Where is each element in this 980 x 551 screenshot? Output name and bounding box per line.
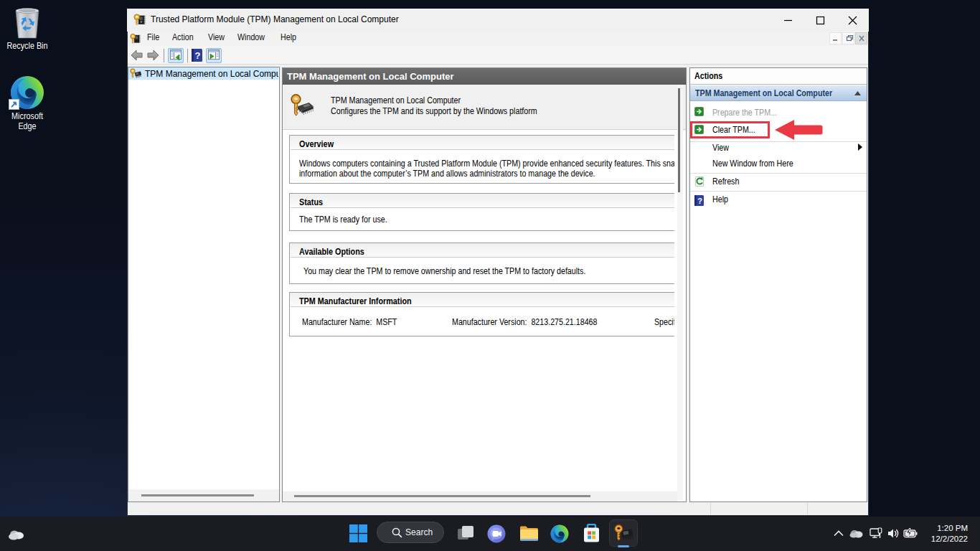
svg-text:?: ?	[697, 197, 702, 205]
svg-text:?: ?	[195, 50, 201, 61]
